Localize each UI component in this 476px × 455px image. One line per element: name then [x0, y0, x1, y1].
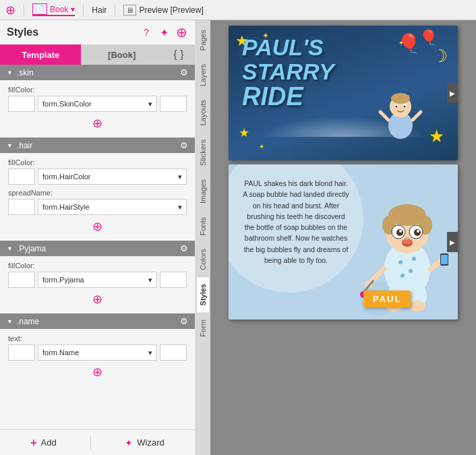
svg-point-24 [399, 230, 402, 233]
book-dropdown-arrow: ▾ [71, 5, 75, 14]
name-text-inputs: form.Name ▾ [8, 344, 187, 361]
add-style-icon[interactable]: ⊕ [175, 26, 188, 39]
skin-add-btn[interactable]: ⊕ [8, 116, 187, 131]
preview-tab-label: Preview [Preview] [139, 5, 203, 15]
section-skin-header[interactable]: ▼ .skin ⚙ [0, 65, 195, 80]
star-sm4: ✦ [259, 143, 264, 150]
name-tag-text: PAUL [373, 294, 401, 304]
preview-tab[interactable]: 🖥 Preview [Preview] [123, 5, 203, 16]
pyjama-color-swatch-right[interactable] [160, 272, 187, 288]
vert-tab-images[interactable]: Images [197, 173, 209, 210]
section-pyjama-header-left: ▼ .Pyjama [7, 244, 46, 253]
styles-title: Styles [7, 26, 38, 38]
pyjama-gear-icon[interactable]: ⚙ [180, 243, 188, 253]
tab-brackets[interactable]: { } [162, 44, 195, 65]
pyjama-add-btn[interactable]: ⊕ [8, 292, 187, 307]
section-name: ▼ .name ⚙ text: form.Name ▾ [0, 313, 195, 385]
name-text-label: text: [8, 334, 187, 342]
vert-tab-fonts[interactable]: Fonts [197, 210, 209, 243]
skin-color-swatch-left[interactable] [8, 96, 35, 112]
pyjama-fillcolor-field: fillColor: form.Pyjama ▾ [8, 262, 187, 288]
skin-fillcolor-field: fillColor: form.SkinColor ▾ [8, 86, 187, 112]
book-tab-label: Book [50, 5, 68, 14]
tab-book[interactable]: [Book] [81, 44, 162, 65]
hair-add-btn[interactable]: ⊕ [8, 219, 187, 234]
vert-tab-stickers[interactable]: Stickers [197, 133, 209, 173]
pyjama-color-dropdown[interactable]: form.Pyjama ▾ [38, 272, 157, 288]
svg-point-6 [404, 106, 406, 108]
hair-style-arrow: ▾ [178, 203, 182, 212]
wizard-icon: ✦ [125, 437, 133, 448]
name-dropdown-arrow: ▾ [148, 348, 152, 357]
skin-triangle: ▼ [7, 69, 13, 76]
vert-tab-form[interactable]: Form [197, 313, 209, 344]
pyjama-label: .Pyjama [17, 244, 46, 253]
hair-tab[interactable]: Hair [92, 5, 107, 15]
pyjama-fillcolor-inputs: form.Pyjama ▾ [8, 272, 187, 288]
balloon1: 🎈 [397, 32, 421, 55]
book-tab[interactable]: 📄 Book ▾ [32, 3, 75, 16]
name-swatch-left[interactable] [8, 344, 35, 361]
svg-point-25 [417, 230, 419, 233]
add-bottom-button[interactable]: + Add [30, 437, 56, 449]
wizard-bottom-button[interactable]: ✦ Wizard [125, 437, 164, 448]
section-hair-header[interactable]: ▼ .hair ⚙ [0, 138, 195, 153]
skin-fillcolor-label: fillColor: [8, 86, 187, 94]
styles-icons: ? ✦ ⊕ [140, 26, 188, 39]
vert-tab-layers[interactable]: Layers [197, 57, 209, 93]
name-text-field: text: form.Name ▾ [8, 334, 187, 361]
name-text-dropdown[interactable]: form.Name ▾ [38, 344, 157, 361]
section-hair: ▼ .hair ⚙ fillColor: form.HairColor ▾ [0, 138, 195, 239]
page2-preview[interactable]: PAUL shakes his dark blond hair. A soap … [229, 164, 458, 320]
page1-bg: ★ ✦ ✦ ✦ ★ ✦ ★ 🎈 🎈 ☽ PAUL'S [229, 26, 458, 160]
svg-line-7 [380, 112, 388, 120]
svg-point-13 [409, 269, 413, 273]
hair-label: .hair [17, 141, 32, 150]
skin-color-dropdown[interactable]: form.SkinColor ▾ [38, 96, 157, 112]
section-skin-body: fillColor: form.SkinColor ▾ ⊕ [0, 80, 195, 136]
hair-color-swatch-left[interactable] [8, 169, 35, 185]
section-pyjama: ▼ .Pyjama ⚙ fillColor: form.Pyjama ▾ [0, 241, 195, 312]
pyjama-color-swatch-left[interactable] [8, 272, 35, 288]
section-skin: ▼ .skin ⚙ fillColor: form.SkinColor ▾ [0, 65, 195, 136]
page1-scroll-arrow[interactable]: ▶ [447, 83, 458, 103]
book-icon: 📄 [32, 3, 47, 15]
help-icon[interactable]: ? [140, 26, 153, 39]
hair-spread-swatch[interactable] [8, 199, 35, 215]
vert-tab-pages[interactable]: Pages [197, 23, 209, 57]
section-name-body: text: form.Name ▾ ⊕ [0, 329, 195, 385]
page2-bg: PAUL shakes his dark blond hair. A soap … [229, 164, 458, 320]
wizard-label: Wizard [137, 437, 164, 448]
divider1 [24, 4, 24, 16]
svg-point-14 [400, 274, 405, 278]
moon: ☽ [432, 46, 448, 67]
svg-point-28 [406, 237, 409, 240]
svg-point-15 [412, 257, 416, 261]
pyjama-dropdown-arrow: ▾ [148, 276, 152, 284]
page1-preview[interactable]: ★ ✦ ✦ ✦ ★ ✦ ★ 🎈 🎈 ☽ PAUL'S [229, 26, 458, 160]
name-add-btn[interactable]: ⊕ [8, 365, 187, 380]
skin-gear-icon[interactable]: ⚙ [180, 67, 188, 78]
section-pyjama-header[interactable]: ▼ .Pyjama ⚙ [0, 241, 195, 256]
name-gear-icon[interactable]: ⚙ [180, 316, 188, 326]
vert-tab-layouts[interactable]: Layouts [197, 93, 209, 133]
hair-dropdown-arrow: ▾ [178, 173, 182, 181]
add-button[interactable]: ⊕ [5, 3, 16, 18]
styles-header: Styles ? ✦ ⊕ [0, 20, 195, 44]
preview-icon: 🖥 [123, 5, 136, 16]
name-swatch-right[interactable] [160, 344, 187, 361]
hair-style-dropdown[interactable]: form.HairStyle ▾ [38, 199, 187, 215]
section-skin-header-left: ▼ .skin [7, 68, 34, 78]
name-label: .name [17, 317, 39, 326]
page2-scroll-arrow[interactable]: ▶ [447, 232, 458, 252]
section-name-header[interactable]: ▼ .name ⚙ [0, 313, 195, 329]
preview-area[interactable]: ★ ✦ ✦ ✦ ★ ✦ ★ 🎈 🎈 ☽ PAUL'S [210, 20, 476, 455]
right-panel: Pages Layers Layouts Stickers Images Fon… [196, 20, 476, 455]
magic-icon[interactable]: ✦ [157, 26, 171, 39]
skin-color-swatch-right[interactable] [160, 96, 187, 112]
tab-template[interactable]: Template [0, 44, 81, 65]
hair-color-dropdown[interactable]: form.HairColor ▾ [38, 169, 187, 185]
vert-tab-colors[interactable]: Colors [197, 242, 209, 277]
hair-gear-icon[interactable]: ⚙ [180, 140, 188, 150]
vert-tab-styles[interactable]: Styles [197, 277, 209, 312]
